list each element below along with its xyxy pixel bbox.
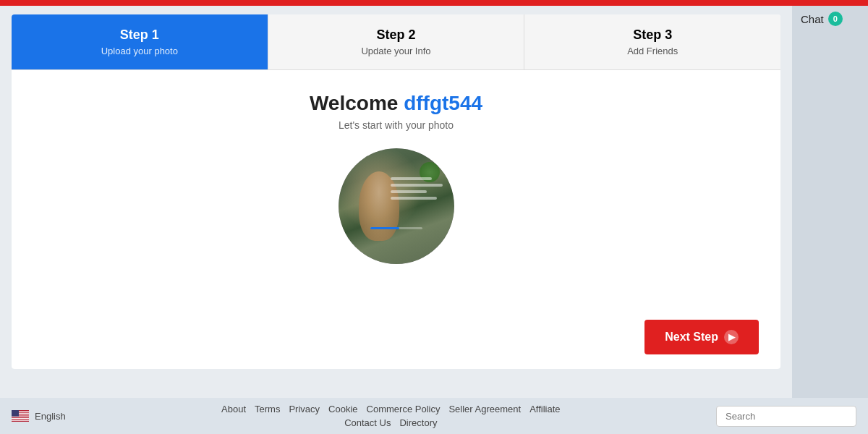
svg-rect-5	[12, 418, 29, 419]
footer-language[interactable]: English	[12, 410, 66, 422]
footer-links-row1: About Terms Privacy Cookie Commerce Poli…	[221, 404, 560, 414]
id-card-image	[339, 148, 454, 264]
chat-label: Chat	[801, 13, 824, 25]
search-input[interactable]	[716, 406, 856, 427]
id-line-2	[391, 184, 443, 187]
avatar	[339, 148, 454, 264]
wizard-card: Step 1 Upload your photo Step 2 Update y…	[12, 14, 780, 369]
welcome-subtitle: Let's start with your photo	[339, 119, 454, 131]
wizard-body: Welcome dffgt544 Let's start with your p…	[12, 70, 780, 369]
footer-link-privacy[interactable]: Privacy	[289, 404, 320, 414]
welcome-text: Welcome	[310, 92, 404, 114]
main-layout: Step 1 Upload your photo Step 2 Update y…	[0, 6, 868, 398]
right-sidebar: Chat 0	[792, 6, 868, 398]
welcome-username: dffgt544	[404, 92, 482, 114]
svg-rect-6	[12, 420, 29, 421]
chat-count-badge: 0	[828, 12, 843, 26]
svg-rect-4	[12, 417, 29, 417]
step-3-tab[interactable]: Step 3 Add Friends	[524, 14, 780, 69]
footer-link-contact-us[interactable]: Contact Us	[344, 417, 391, 428]
id-line-3	[391, 190, 427, 193]
footer-links-row2: Contact Us Directory	[344, 417, 437, 428]
id-line-4	[391, 197, 438, 200]
footer-link-seller-agreement[interactable]: Seller Agreement	[448, 404, 521, 414]
footer: English About Terms Privacy Cookie Comme…	[0, 398, 868, 434]
next-step-label: Next Step	[665, 331, 718, 344]
footer-link-terms[interactable]: Terms	[255, 404, 280, 414]
next-step-button[interactable]: Next Step ▶	[644, 320, 759, 354]
footer-link-about[interactable]: About	[221, 404, 246, 414]
footer-link-commerce-policy[interactable]: Commerce Policy	[367, 404, 441, 414]
id-text-lines	[391, 177, 443, 200]
step-1-subtitle: Upload your photo	[26, 46, 253, 56]
step-1-tab[interactable]: Step 1 Upload your photo	[12, 14, 268, 69]
upload-progress-bar	[370, 227, 422, 229]
steps-header: Step 1 Upload your photo Step 2 Update y…	[12, 14, 780, 70]
footer-link-cookie[interactable]: Cookie	[328, 404, 357, 414]
welcome-title: Welcome dffgt544	[310, 92, 482, 115]
top-bar	[0, 0, 868, 6]
step-2-subtitle: Update your Info	[283, 46, 510, 56]
language-label: English	[35, 411, 66, 422]
arrow-right-icon: ▶	[724, 330, 739, 344]
content-area: Step 1 Upload your photo Step 2 Update y…	[0, 6, 792, 398]
id-line-1	[391, 177, 433, 180]
footer-link-affiliate[interactable]: Affiliate	[529, 404, 560, 414]
step-2-tab[interactable]: Step 2 Update your Info	[268, 14, 525, 69]
step-1-title: Step 1	[26, 27, 253, 43]
step-2-title: Step 2	[283, 27, 510, 43]
upload-progress-fill	[370, 227, 399, 229]
footer-link-directory[interactable]: Directory	[399, 417, 437, 428]
flag-icon	[12, 410, 29, 422]
footer-right	[716, 406, 856, 427]
step-3-title: Step 3	[539, 27, 766, 43]
chat-button[interactable]: Chat 0	[801, 12, 843, 26]
footer-links-container: About Terms Privacy Cookie Commerce Poli…	[221, 404, 560, 428]
step-3-subtitle: Add Friends	[539, 46, 766, 56]
svg-rect-7	[12, 410, 19, 417]
